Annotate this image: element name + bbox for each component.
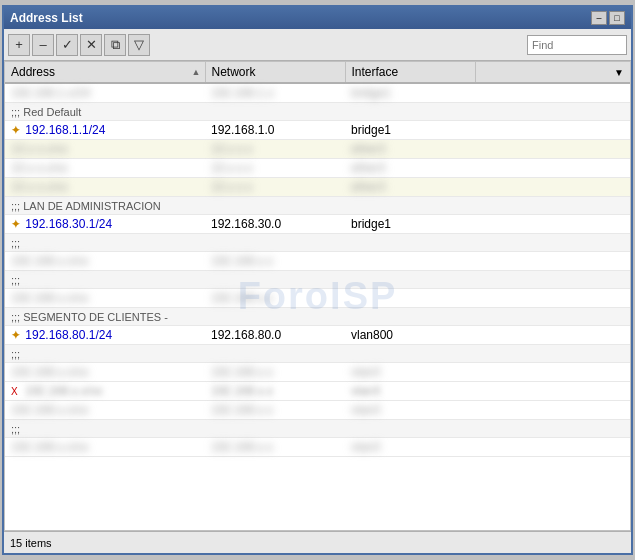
col-header-network[interactable]: Network xyxy=(205,62,345,83)
window-title: Address List xyxy=(10,11,83,25)
cell-interface: etherX xyxy=(345,159,475,178)
cell-address: 192.168.x.x/xx xyxy=(5,252,205,271)
table-row[interactable]: ✦ 192.168.1.1/24 192.168.1.0 bridge1 xyxy=(5,121,630,140)
find-input[interactable] xyxy=(527,35,627,55)
cell-interface xyxy=(345,289,475,308)
cell-interface: vlanX xyxy=(345,382,475,401)
cell-address: 192.168.1.x/24 xyxy=(5,83,205,103)
table-row[interactable]: 192.168.x.x/xx 192.168.x.x xyxy=(5,289,630,308)
table-row[interactable]: 192.168.1.x/24 192.168.1.x bridge1 xyxy=(5,83,630,103)
cell-extra xyxy=(475,252,630,271)
cell-extra xyxy=(475,121,630,140)
cell-address: ✦ 192.168.30.1/24 xyxy=(5,215,205,234)
section-header-lan-admin: ;;; LAN DE ADMINISTRACION xyxy=(5,197,630,215)
remove-button[interactable]: – xyxy=(32,34,54,56)
filter-button[interactable]: ▽ xyxy=(128,34,150,56)
table-row[interactable]: 192.168.x.x/xx 192.168.x.x vlanX xyxy=(5,438,630,457)
section-label: ;;; SEGMENTO DE CLIENTES - xyxy=(5,308,630,326)
cell-network: 192.168.x.x xyxy=(205,382,345,401)
col-header-extra[interactable]: ▼ xyxy=(475,62,630,83)
table-row[interactable]: 10.x.x.x/xx 10.x.x.x etherX xyxy=(5,178,630,197)
cell-network: 10.x.x.x xyxy=(205,159,345,178)
x-icon: ✕ xyxy=(86,37,97,52)
cell-network: 192.168.x.x xyxy=(205,401,345,420)
cell-network: 192.168.1.x xyxy=(205,83,345,103)
cell-network: 192.168.x.x xyxy=(205,438,345,457)
cell-interface: etherX xyxy=(345,140,475,159)
cell-extra xyxy=(475,83,630,103)
title-bar: Address List – □ xyxy=(4,7,631,29)
toolbar: + – ✓ ✕ ⧉ ▽ xyxy=(4,29,631,61)
col-header-interface[interactable]: Interface xyxy=(345,62,475,83)
cell-interface: etherX xyxy=(345,178,475,197)
table-row[interactable]: 10.x.x.x/xx 10.x.x.x etherX xyxy=(5,159,630,178)
add-button[interactable]: + xyxy=(8,34,30,56)
main-window: Address List – □ + – ✓ ✕ ⧉ ▽ ForoISP xyxy=(2,5,633,555)
cell-interface: bridge1 xyxy=(345,83,475,103)
cell-extra xyxy=(475,401,630,420)
enable-button[interactable]: ✓ xyxy=(56,34,78,56)
section-header-red-default: ;;; Red Default xyxy=(5,103,630,121)
maximize-button[interactable]: □ xyxy=(609,11,625,25)
item-count: 15 items xyxy=(10,537,52,549)
cell-extra xyxy=(475,140,630,159)
cell-interface: vlanX xyxy=(345,438,475,457)
table-header-row: Address ▲ Network Interface ▼ xyxy=(5,62,630,83)
table-row[interactable]: 192.168.x.x/xx 192.168.x.x vlanX xyxy=(5,401,630,420)
cell-network: 192.168.30.0 xyxy=(205,215,345,234)
cell-address: X 192.168.x.x/xx xyxy=(5,382,205,401)
title-bar-buttons: – □ xyxy=(591,11,625,25)
cell-network: 192.168.1.0 xyxy=(205,121,345,140)
cell-extra xyxy=(475,289,630,308)
cell-network: 192.168.x.x xyxy=(205,289,345,308)
cell-extra xyxy=(475,159,630,178)
check-icon: ✓ xyxy=(62,37,73,52)
section-label: ;;; xyxy=(5,271,630,289)
minimize-button[interactable]: – xyxy=(591,11,607,25)
add-icon: + xyxy=(15,37,23,52)
filter-icon: ▽ xyxy=(134,37,144,52)
table-row[interactable]: 192.168.x.x/xx 192.168.x.x xyxy=(5,252,630,271)
active-icon: ✦ xyxy=(11,218,20,230)
cell-address: ✦ 192.168.1.1/24 xyxy=(5,121,205,140)
disable-button[interactable]: ✕ xyxy=(80,34,102,56)
find-box xyxy=(527,35,627,55)
cell-extra xyxy=(475,363,630,382)
cell-network: 10.x.x.x xyxy=(205,178,345,197)
cell-address: 192.168.x.x/xx xyxy=(5,438,205,457)
copy-button[interactable]: ⧉ xyxy=(104,34,126,56)
section-header-short4: ;;; xyxy=(5,420,630,438)
cell-network: 192.168.x.x xyxy=(205,252,345,271)
table-row[interactable]: ✦ 192.168.80.1/24 192.168.80.0 vlan800 xyxy=(5,326,630,345)
cell-address: 10.x.x.x/xx xyxy=(5,159,205,178)
cell-address: ✦ 192.168.80.1/24 xyxy=(5,326,205,345)
cell-interface: vlanX xyxy=(345,363,475,382)
cell-address: 10.x.x.x/xx xyxy=(5,178,205,197)
cell-network: 192.168.80.0 xyxy=(205,326,345,345)
cell-extra xyxy=(475,438,630,457)
cell-interface xyxy=(345,252,475,271)
sort-icon-address: ▲ xyxy=(192,67,201,77)
cell-network: 192.168.x.x xyxy=(205,363,345,382)
section-header-segmento: ;;; SEGMENTO DE CLIENTES - xyxy=(5,308,630,326)
table-row[interactable]: 192.168.x.x/xx 192.168.x.x vlanX xyxy=(5,363,630,382)
table-row[interactable]: 10.x.x.x/xx 10.x.x.x etherX xyxy=(5,140,630,159)
cell-interface: bridge1 xyxy=(345,121,475,140)
address-table: Address ▲ Network Interface ▼ xyxy=(5,62,630,457)
section-label: ;;; LAN DE ADMINISTRACION xyxy=(5,197,630,215)
table-row-disabled[interactable]: X 192.168.x.x/xx 192.168.x.x vlanX xyxy=(5,382,630,401)
section-label: ;;; xyxy=(5,345,630,363)
copy-icon: ⧉ xyxy=(111,37,120,53)
section-label: ;;; xyxy=(5,420,630,438)
section-label: ;;; Red Default xyxy=(5,103,630,121)
cell-address: 10.x.x.x/xx xyxy=(5,140,205,159)
cell-extra xyxy=(475,178,630,197)
dropdown-arrow-icon: ▼ xyxy=(614,67,624,78)
cell-address: 192.168.x.x/xx xyxy=(5,289,205,308)
active-icon: ✦ xyxy=(11,329,20,341)
cell-extra xyxy=(475,382,630,401)
address-table-container[interactable]: Address ▲ Network Interface ▼ xyxy=(4,61,631,531)
table-row[interactable]: ✦ 192.168.30.1/24 192.168.30.0 bridge1 xyxy=(5,215,630,234)
section-header-short1: ;;; xyxy=(5,234,630,252)
col-header-address[interactable]: Address ▲ xyxy=(5,62,205,83)
